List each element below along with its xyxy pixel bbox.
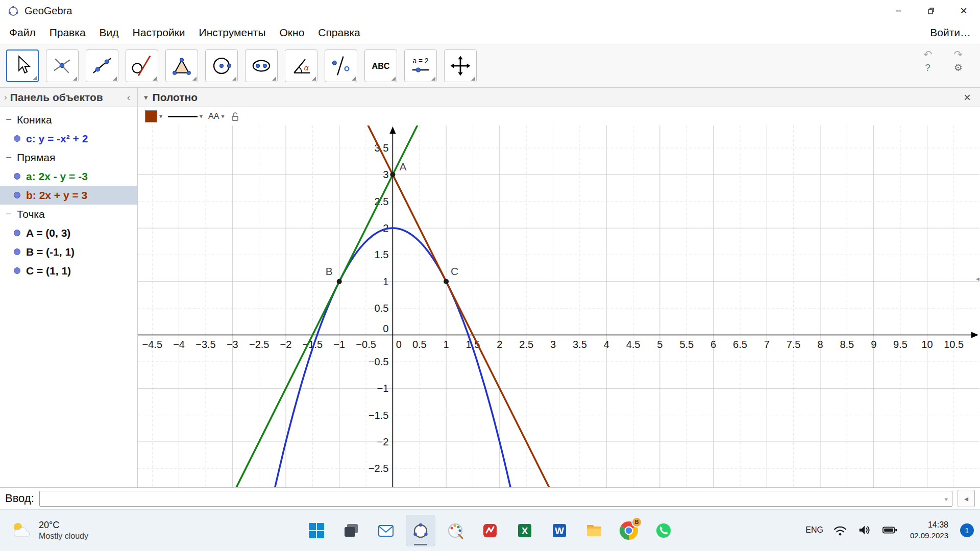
point-C[interactable] <box>444 279 449 284</box>
polygon-tool[interactable] <box>165 49 198 82</box>
move-tool[interactable] <box>6 49 39 82</box>
stylebar-line-style-button[interactable]: ▾ <box>167 112 204 121</box>
menu-item-settings[interactable]: Настройки <box>133 27 185 39</box>
app-paint[interactable] <box>440 515 470 546</box>
wifi-button[interactable] <box>832 522 848 538</box>
graphics-expander-icon[interactable]: ▾ <box>144 93 148 102</box>
restore-icon <box>927 7 935 15</box>
settings-gear-button[interactable]: ⚙ <box>951 62 966 74</box>
app-file-explorer[interactable] <box>579 515 609 546</box>
app-whatsapp[interactable] <box>649 515 678 546</box>
tree-group-2[interactable]: −Точка <box>0 205 137 223</box>
tree-item-A[interactable]: A = (0, 3) <box>0 223 137 242</box>
main-area: › Панель объектов ‹ −Коникаc: y = -x² + … <box>0 88 980 487</box>
tree-item-C[interactable]: C = (1, 1) <box>0 261 137 280</box>
collapse-view-arrow-icon[interactable]: ◂ <box>976 274 979 283</box>
menu-item-edit[interactable]: Правка <box>50 27 86 39</box>
notification-count-badge[interactable]: 1 <box>960 523 974 537</box>
reflect-tool[interactable] <box>325 49 357 82</box>
svg-text:X: X <box>522 525 528 536</box>
visibility-toggle-icon[interactable] <box>14 192 20 198</box>
font-style-label: AA <box>208 112 219 121</box>
undo-button[interactable]: ↶ <box>920 48 936 61</box>
tree-item-a[interactable]: a: 2x - y = -3 <box>0 167 137 186</box>
tree-group-1[interactable]: −Прямая <box>0 148 137 167</box>
close-button[interactable]: × <box>947 0 980 21</box>
app-mail[interactable] <box>371 515 401 546</box>
help-button[interactable]: ? <box>922 62 934 74</box>
visibility-toggle-icon[interactable] <box>14 230 20 236</box>
app-geogebra[interactable] <box>406 515 435 546</box>
svg-text:α: α <box>304 63 309 72</box>
visibility-toggle-icon[interactable] <box>14 135 20 142</box>
weather-widget[interactable]: 20°C Mostly cloudy <box>4 514 94 547</box>
tangent-tool[interactable] <box>126 49 158 82</box>
tree-item-label: c: y = -x² + 2 <box>26 133 88 145</box>
visibility-toggle-icon[interactable] <box>14 248 20 255</box>
geogebra-logo-icon <box>7 5 19 17</box>
menu-item-help[interactable]: Справка <box>318 27 360 39</box>
app-word[interactable]: W <box>545 515 574 546</box>
point-tool[interactable] <box>46 49 79 82</box>
command-input[interactable] <box>39 491 952 507</box>
visibility-toggle-icon[interactable] <box>14 267 20 274</box>
circle-tool[interactable] <box>205 49 238 82</box>
sign-in-button[interactable]: Войти… <box>930 27 971 39</box>
start-button[interactable] <box>302 515 331 546</box>
collapse-group-icon[interactable]: − <box>5 152 12 163</box>
menu-item-tools[interactable]: Инструменты <box>199 27 266 39</box>
algebra-panel: › Панель объектов ‹ −Коникаc: y = -x² + … <box>0 88 138 487</box>
tool-dropdown-arrow <box>471 77 475 81</box>
menu-item-view[interactable]: Вид <box>100 27 119 39</box>
stylebar-lock-button[interactable] <box>229 110 241 122</box>
panel-expander-icon[interactable]: › <box>4 92 7 103</box>
stylebar-color-button[interactable]: ▾ <box>144 109 163 123</box>
taskbar: 20°C Mostly cloudy X W <box>0 509 980 551</box>
app-excel[interactable]: X <box>510 515 540 546</box>
text-tool[interactable]: ABC <box>364 49 397 82</box>
collapse-group-icon[interactable]: − <box>5 114 12 126</box>
input-help-button[interactable]: ◂ <box>958 490 975 507</box>
graphics-close-button[interactable]: × <box>961 92 974 103</box>
x-axis-arrow-icon <box>971 332 978 338</box>
menu-item-window[interactable]: Окно <box>280 27 305 39</box>
battery-button[interactable] <box>881 522 898 538</box>
collapse-group-icon[interactable]: − <box>5 208 12 220</box>
slider-tool[interactable]: a = 2 <box>404 49 437 82</box>
redo-button[interactable]: ↷ <box>950 48 966 61</box>
maximize-restore-button[interactable] <box>915 0 947 21</box>
tree-item-b[interactable]: b: 2x + y = 3 <box>0 186 137 205</box>
app-chrome[interactable]: B <box>614 515 644 546</box>
line-tool[interactable] <box>86 49 118 82</box>
tool-dropdown-arrow <box>192 77 197 81</box>
svg-text:7.5: 7.5 <box>787 339 801 350</box>
menu-item-file[interactable]: Файл <box>9 27 36 39</box>
language-indicator[interactable]: ENG <box>805 525 823 535</box>
volume-button[interactable] <box>857 522 872 538</box>
tree-group-label: Прямая <box>17 152 55 164</box>
graphics-view[interactable]: −4.5−4−3.5−3−2.5−2−1.5−1−0.500.511.522.5… <box>138 126 979 487</box>
tool-dropdown-arrow <box>33 76 37 80</box>
tree-item-label: A = (0, 3) <box>26 227 70 239</box>
algebra-panel-header: › Панель объектов ‹ <box>0 88 137 107</box>
app-media-red[interactable] <box>475 515 505 546</box>
tree-group-0[interactable]: −Коника <box>0 110 137 129</box>
move-canvas-tool[interactable] <box>444 49 477 82</box>
curve-a[interactable] <box>138 126 979 487</box>
task-view-button[interactable] <box>336 515 366 546</box>
clock-widget[interactable]: 14:38 02.09.2023 <box>907 519 951 541</box>
tree-item-c[interactable]: c: y = -x² + 2 <box>0 129 137 148</box>
point-B[interactable] <box>337 279 342 284</box>
stylebar-font-button[interactable]: AA ▾ <box>207 111 225 122</box>
minimize-button[interactable] <box>882 0 915 21</box>
panel-collapse-icon[interactable]: ‹ <box>124 91 133 104</box>
svg-text:−0.5: −0.5 <box>356 339 376 350</box>
angle-tool[interactable]: α <box>285 49 317 82</box>
point-A[interactable] <box>390 172 395 177</box>
file-explorer-icon <box>584 520 604 541</box>
ellipse-tool[interactable] <box>245 49 278 82</box>
tree-item-B[interactable]: B = (-1, 1) <box>0 242 137 261</box>
visibility-toggle-icon[interactable] <box>14 173 20 180</box>
tool-dropdown-arrow <box>73 77 77 81</box>
point-label-A: A <box>399 161 406 172</box>
